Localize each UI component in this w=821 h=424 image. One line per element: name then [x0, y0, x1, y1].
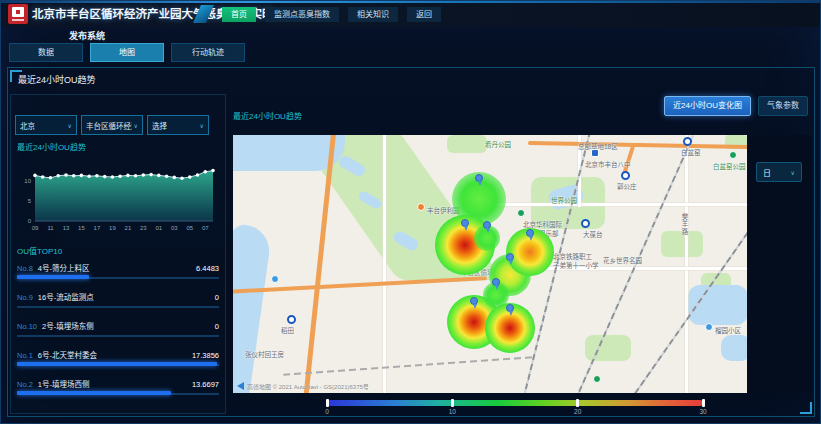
map-poi-label: 子弟第十一小学 — [553, 260, 599, 270]
svg-text:5: 5 — [28, 198, 32, 204]
poi-orange-icon — [417, 203, 425, 211]
poi-blue-icon — [705, 323, 713, 331]
filter-row: 北京∨丰台区循环经济产∨选择∨ — [15, 115, 213, 135]
map-poi-label: 白盆窑公园 — [713, 161, 746, 171]
ou-list-item-1[interactable]: No.916号-流动监测点0 — [17, 288, 219, 317]
left-column: 北京∨丰台区循环经济产∨选择∨ 最近24小时OU趋势 0510091113151… — [10, 94, 226, 414]
svg-text:15: 15 — [78, 225, 85, 231]
main-panel: 最近24小时OU趋势 北京∨丰台区循环经济产∨选择∨ 最近24小时OU趋势 05… — [7, 67, 815, 417]
filter-dropdown-0[interactable]: 北京∨ — [15, 115, 77, 135]
map-poi-label: 稻田 — [281, 325, 294, 335]
site-name: 4号-筛分上料区 — [38, 262, 90, 273]
map-right-strip: 日 ∨ — [747, 135, 812, 393]
ou-value: 17.3856 — [192, 351, 219, 360]
ou-list-item-4[interactable]: No.21号-填埋场西侧13.6697 — [17, 375, 219, 404]
school-icon — [591, 149, 599, 157]
map-poi-label: 樊羊路 — [679, 213, 689, 236]
filter-value: 北京 — [20, 120, 35, 131]
map-canvas[interactable]: 高德地图 © 2021 AutoNavi - GS(2021)6375号 看丹公… — [233, 135, 747, 393]
map-poi-label: 张仪村回王房 — [245, 349, 284, 359]
map-green-area — [447, 135, 487, 153]
nav-tab-2[interactable]: 相关知识 — [348, 7, 398, 22]
rank-label: No.1 — [17, 351, 33, 360]
publish-tab-1[interactable]: 地图 — [90, 43, 164, 62]
svg-text:09: 09 — [32, 225, 39, 231]
svg-text:23: 23 — [140, 225, 147, 231]
svg-text:11: 11 — [47, 225, 54, 231]
progress-track — [17, 306, 219, 308]
progress-bar — [17, 275, 89, 279]
map-water — [721, 335, 747, 361]
svg-text:05: 05 — [186, 225, 193, 231]
ou-list-item-2[interactable]: No.102号-填埋场东侧0 — [17, 317, 219, 346]
svg-text:01: 01 — [155, 225, 162, 231]
map-vendor-icon — [237, 382, 244, 390]
metro-icon — [683, 137, 692, 146]
ou-list-item-0[interactable]: No.84号-筛分上料区6.4483 — [17, 259, 219, 288]
publish-bar: 发布系统 数据地图行动轨迹 — [1, 27, 820, 67]
map-button-1[interactable]: 气象参数 — [758, 96, 808, 116]
nav-tab-0[interactable]: 首页 — [222, 7, 256, 22]
site-name: 1号-填埋场西侧 — [38, 378, 90, 389]
metro-icon — [621, 171, 630, 180]
map-road-dashed — [283, 356, 533, 375]
rank-label: No.9 — [17, 293, 33, 302]
rank-label: No.8 — [17, 264, 33, 273]
panel-title: 最近24小时OU趋势 — [18, 73, 96, 86]
trend-chart-svg: 0510091113151719212301030507 — [15, 151, 221, 243]
ou-value: 0 — [215, 293, 219, 302]
map-poi-label: 花乡世界名园 — [603, 255, 642, 265]
map-pin-icon — [492, 278, 500, 286]
map-poi-label: 大葆台 — [583, 229, 603, 239]
ou-top-list: No.84号-筛分上料区6.4483No.916号-流动监测点0No.102号-… — [17, 259, 219, 404]
nav-tab-1[interactable]: 监测点恶臭指数 — [265, 7, 339, 22]
period-select[interactable]: 日 ∨ — [756, 162, 802, 182]
chevron-down-icon: ∨ — [134, 122, 138, 129]
chevron-down-icon: ∨ — [200, 122, 204, 129]
svg-text:17: 17 — [94, 225, 101, 231]
site-name: 6号-北天堂村委会 — [38, 349, 97, 360]
map-road — [383, 135, 386, 393]
nav-tabs: 首页监测点恶臭指数相关知识返回 — [222, 7, 450, 22]
progress-bar — [17, 391, 171, 395]
ou-list-item-3[interactable]: No.16号-北天堂村委会17.3856 — [17, 346, 219, 375]
ou-value: 6.4483 — [196, 264, 219, 273]
metro-icon — [287, 315, 296, 324]
scale-tick-mark — [702, 399, 705, 407]
map-button-0[interactable]: 近24小时OU变化图 — [664, 96, 751, 116]
filter-dropdown-1[interactable]: 丰台区循环经济产∨ — [81, 115, 143, 135]
site-name: 2号-填埋场东侧 — [42, 320, 94, 331]
scale-tick-mark — [451, 399, 454, 407]
map-pin-icon — [483, 221, 491, 229]
filter-value: 丰台区循环经济产 — [86, 120, 132, 131]
progress-bar — [17, 362, 217, 366]
map-green-area — [585, 335, 631, 361]
map-road — [685, 135, 688, 393]
trend-chart: 0510091113151719212301030507 — [15, 151, 221, 243]
publish-tab-2[interactable]: 行动轨迹 — [171, 43, 245, 62]
ou-value: 0 — [215, 322, 219, 331]
map-poi-label: 郭公庄 — [617, 181, 637, 191]
main-nav: 首页监测点恶臭指数相关知识返回 — [197, 1, 450, 27]
publish-tab-0[interactable]: 数据 — [9, 43, 83, 62]
nav-tab-3[interactable]: 返回 — [407, 7, 441, 22]
rank-label: No.2 — [17, 380, 33, 389]
map-highway — [302, 135, 336, 393]
map-buttons: 近24小时OU变化图气象参数 — [657, 96, 808, 116]
metro-icon — [581, 219, 590, 228]
svg-text:19: 19 — [109, 225, 116, 231]
nav-divider-accent — [193, 5, 214, 23]
map-poi-label: 榴园小区 — [715, 325, 741, 335]
svg-text:13: 13 — [63, 225, 70, 231]
app-window: 北京市丰台区循环经济产业园大气恶臭状况实时 首页监测点恶臭指数相关知识返回 发布… — [0, 0, 821, 424]
park-icon — [593, 375, 601, 383]
scale-tick-mark — [326, 399, 329, 407]
filter-dropdown-2[interactable]: 选择∨ — [147, 115, 209, 135]
scale-tick-label: 0 — [325, 408, 329, 415]
app-logo — [8, 4, 28, 24]
scale-tick-label: 20 — [574, 408, 581, 415]
map-poi-label: 看丹公园 — [485, 139, 511, 149]
ou-color-gradient — [327, 400, 703, 406]
filter-value: 选择 — [152, 120, 167, 131]
svg-text:21: 21 — [125, 225, 132, 231]
